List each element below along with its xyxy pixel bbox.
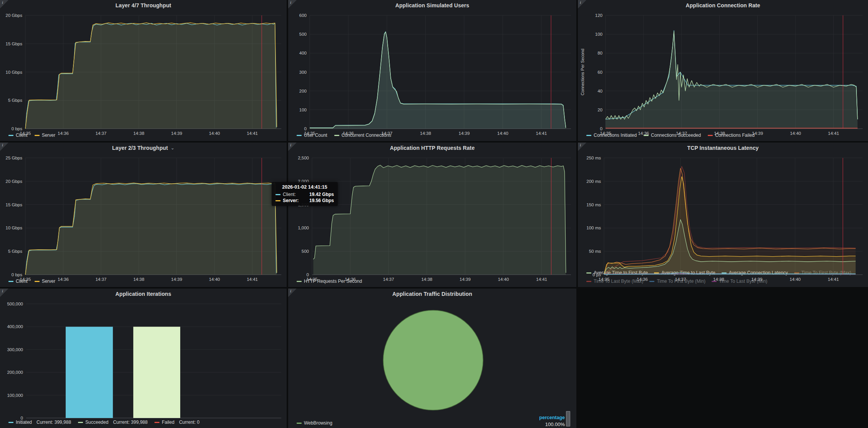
x-tick-label: 14:41 (247, 131, 258, 136)
y-tick-label: 0 bps (12, 126, 22, 131)
x-tick-label: 14:36 (343, 131, 354, 136)
panel-info-corner (578, 0, 586, 8)
tooltip-row: Client:19.42 Gbps (276, 192, 334, 197)
panel-info-corner (578, 143, 586, 151)
y-tick-label: 80 (597, 51, 602, 55)
chart-plot-area[interactable]: 0100,000200,000300,000400,000500,000 (0, 299, 287, 419)
legend-dash-icon (794, 272, 799, 274)
x-tick-label: 14:35 (307, 277, 318, 282)
y-tick-label: 500,000 (7, 302, 23, 306)
info-icon[interactable]: i (290, 0, 291, 5)
info-icon[interactable]: i (290, 143, 291, 148)
panel-title[interactable]: TCP Instantaneous Latency (578, 143, 868, 153)
x-tick-label: 14:36 (637, 277, 648, 282)
connection-rate-canvas: 14:3514:3614:3714:3814:3914:4014:4102040… (578, 11, 868, 137)
y-tick-label: 15 Gbps (6, 202, 23, 207)
x-tick-label: 14:41 (536, 131, 547, 136)
panel-title[interactable]: Application Connection Rate (578, 0, 868, 11)
x-tick-label: 14:37 (382, 131, 393, 136)
panel-layer47-throughput: i Layer 4/7 Throughput 14:3514:3614:3714… (0, 0, 287, 141)
info-icon[interactable]: i (290, 289, 291, 294)
y-tick-label: 40 (597, 89, 602, 93)
y-tick-label: 15 Gbps (6, 41, 23, 46)
x-tick-label: 14:40 (498, 277, 509, 282)
y-tick-label: 1,000 (298, 226, 309, 230)
panel-tcp-latency: i TCP Instantaneous Latency 14:3514:3614… (578, 143, 868, 287)
x-tick-label: 14:40 (790, 277, 801, 282)
info-icon[interactable]: i (2, 289, 3, 294)
panel-info-corner (288, 0, 297, 8)
x-tick-label: 14:35 (20, 131, 31, 136)
panel-http-requests-rate: i Application HTTP Requests Rate 14:3514… (288, 143, 576, 287)
y-tick-label: 400 (299, 51, 307, 55)
table-scrollbar[interactable] (566, 411, 570, 426)
simulated-users-canvas: 14:3514:3614:3714:3814:3914:4014:4101002… (288, 11, 576, 137)
tooltip-series-label: Server: (283, 198, 299, 203)
y-tick-label: 300,000 (7, 347, 23, 352)
tooltip-row: Server:19.56 Gbps (276, 198, 334, 203)
panel-title[interactable]: Application Traffic Distribution (288, 289, 576, 299)
pie-table-header-percentage[interactable]: percentage (539, 415, 565, 420)
x-tick-label: 14:35 (599, 277, 610, 282)
info-icon[interactable]: i (580, 143, 581, 148)
y-tick-label: 500 (299, 32, 307, 36)
x-tick-label: 14:41 (536, 277, 547, 282)
x-tick-label: 14:36 (638, 131, 649, 136)
pie-slice-WebBrowsing[interactable] (383, 310, 483, 410)
x-tick-label: 14:39 (752, 131, 763, 136)
y-tick-label: 150 ms (586, 202, 601, 207)
x-tick-label: 14:37 (383, 277, 394, 282)
panel-traffic-distribution: i Application Traffic Distribution perce… (288, 289, 576, 428)
x-tick-label: 14:35 (20, 277, 31, 282)
chart-plot-area[interactable]: 14:3514:3614:3714:3814:3914:4014:4102040… (578, 11, 868, 132)
panel-info-corner (288, 289, 297, 297)
chart-plot-area[interactable]: 14:3514:3614:3714:3814:3914:4014:410 bps… (0, 153, 287, 278)
chevron-down-icon[interactable]: ⌄ (171, 145, 174, 151)
tooltip-series-value: 19.56 Gbps (309, 198, 334, 203)
legend-dash-icon (649, 281, 654, 282)
y-tick-label: 100 (299, 108, 307, 112)
panel-info-corner (0, 289, 8, 297)
y-tick-label: 100 (595, 32, 602, 36)
y-tick-label: 20 Gbps (6, 179, 23, 184)
panel-application-iterations: i Application Iterations 0100,000200,000… (0, 289, 287, 428)
x-tick-label: 14:41 (247, 277, 258, 282)
legend-dash-icon (712, 281, 717, 282)
x-tick-label: 14:37 (95, 277, 106, 282)
chart-plot-area[interactable]: 14:3514:3614:3714:3814:3914:4014:410 µs5… (578, 153, 868, 269)
y-tick-label: 0 (307, 272, 309, 277)
pie-chart-area[interactable] (288, 299, 576, 420)
layer47-throughput-canvas: 14:3514:3614:3714:3814:3914:4014:410 bps… (0, 11, 287, 137)
x-tick-label: 14:38 (133, 277, 144, 282)
chart-plot-area[interactable]: 14:3514:3614:3714:3814:3914:4014:4101002… (288, 11, 576, 132)
y-tick-label: 400,000 (7, 324, 23, 329)
y-tick-label: 200,000 (7, 370, 23, 375)
x-tick-label: 14:36 (58, 131, 69, 136)
x-tick-label: 14:41 (828, 277, 839, 282)
x-tick-label: 14:38 (420, 131, 431, 136)
tooltip-series-value: 19.42 Gbps (309, 192, 334, 197)
panel-title[interactable]: Layer 2/3 Throughput ⌄ (0, 143, 287, 153)
panel-title[interactable]: Application Simulated Users (288, 0, 576, 11)
bar-Initiated[interactable] (66, 327, 113, 418)
y-tick-label: 100 ms (586, 226, 601, 230)
panel-title[interactable]: Layer 4/7 Throughput (0, 0, 287, 11)
x-tick-label: 14:37 (675, 277, 686, 282)
tooltip-series-label: Client: (283, 192, 296, 197)
chart-plot-area[interactable]: 14:3514:3614:3714:3814:3914:4014:410 bps… (0, 11, 287, 132)
y-tick-label: 60 (597, 70, 602, 75)
info-icon[interactable]: i (580, 0, 581, 5)
panel-title[interactable]: Application HTTP Requests Rate (288, 143, 576, 153)
x-tick-label: 14:40 (497, 131, 508, 136)
panel-title[interactable]: Application Iterations (0, 289, 287, 299)
pie-value-table: percentage 100.00% (539, 415, 565, 427)
bar-Succeeded[interactable] (133, 327, 180, 418)
info-icon[interactable]: i (2, 143, 3, 148)
y-tick-label: 0 bps (12, 272, 22, 277)
tooltip-series-dash-icon (276, 200, 280, 201)
chart-plot-area[interactable]: 14:3514:3614:3714:3814:3914:4014:4105001… (288, 153, 576, 278)
panel-simulated-users: i Application Simulated Users 14:3514:36… (288, 0, 576, 141)
info-icon[interactable]: i (2, 0, 3, 5)
x-tick-label: 14:39 (459, 131, 470, 136)
x-tick-label: 14:40 (209, 131, 220, 136)
